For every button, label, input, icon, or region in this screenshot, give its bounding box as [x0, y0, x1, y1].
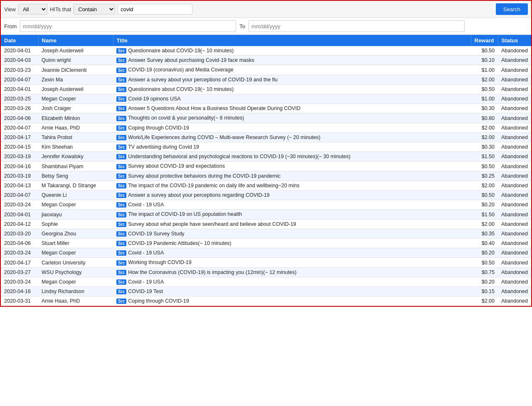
- cell-status: Abandoned: [498, 123, 531, 132]
- cell-title[interactable]: SrcCOVID-19 (coronavirus) and Media Cove…: [113, 65, 471, 75]
- cell-title[interactable]: SrcTV advertising during Covid 19: [113, 142, 471, 152]
- hits-label: HITs that: [50, 6, 71, 12]
- cell-reward: $0.50: [471, 191, 498, 200]
- cell-title[interactable]: SrcSurvey about COVID-19 and expectation…: [113, 161, 471, 171]
- cell-name: Amie Haas, PhD: [38, 123, 113, 132]
- from-date-input[interactable]: [20, 20, 236, 32]
- cell-reward: $0.50: [471, 258, 498, 267]
- cell-title[interactable]: SrcCoping through COVID-19: [113, 296, 471, 306]
- header-date: Date: [1, 35, 38, 46]
- cell-name: Sophie: [38, 219, 113, 229]
- cell-date: 2020-03-19: [1, 171, 38, 181]
- cell-name: Megan Cooper: [38, 277, 113, 286]
- cell-title[interactable]: SrcCovid - 19 USA: [113, 248, 471, 258]
- src-badge[interactable]: Src: [116, 164, 126, 169]
- cell-status: Abandoned: [498, 65, 531, 75]
- table-row: 2020-04-16Shambhavi PiyamSrcSurvey about…: [1, 161, 531, 171]
- src-badge[interactable]: Src: [116, 116, 126, 121]
- cell-title[interactable]: SrcCOVID-19 Test: [113, 287, 471, 296]
- cell-title[interactable]: SrcQuestionnaire about COVID-19(~ 10 min…: [113, 46, 471, 56]
- cell-date: 2020-03-23: [1, 65, 38, 75]
- search-input[interactable]: [118, 4, 192, 15]
- header-reward: Reward: [471, 35, 498, 46]
- view-select[interactable]: All Submitted Approved Rejected Abandone…: [18, 4, 47, 15]
- hits-table: Date Name Title Reward Status 2020-04-01…: [1, 35, 531, 306]
- src-badge[interactable]: Src: [116, 250, 126, 256]
- src-badge[interactable]: Src: [116, 144, 126, 150]
- cell-reward: $0.20: [471, 248, 498, 258]
- cell-title[interactable]: SrcAnswer a survey about your perception…: [113, 191, 471, 200]
- table-row: 2020-03-24Megan CooperSrcCovid - 19 USA$…: [1, 248, 531, 258]
- cell-title[interactable]: SrcQuestionnaire about COVID-19(~ 10 min…: [113, 84, 471, 94]
- cell-title[interactable]: SrcCovid - 19 USA: [113, 277, 471, 286]
- src-badge[interactable]: Src: [116, 279, 126, 285]
- src-badge[interactable]: Src: [116, 77, 126, 83]
- src-badge[interactable]: Src: [116, 212, 126, 218]
- view-label: View: [4, 6, 16, 12]
- cell-status: Abandoned: [498, 239, 531, 248]
- cell-status: Abandoned: [498, 200, 531, 210]
- cell-title[interactable]: SrcAnswer Survey about purchasing Covid-…: [113, 56, 471, 65]
- src-badge[interactable]: Src: [116, 48, 126, 54]
- src-badge[interactable]: Src: [116, 193, 126, 198]
- src-badge[interactable]: Src: [116, 106, 126, 111]
- cell-title[interactable]: SrcThoughts on covid & your personality(…: [113, 113, 471, 123]
- cell-title[interactable]: SrcAnswer 5 Questions About How a Busine…: [113, 104, 471, 113]
- cell-status: Abandoned: [498, 258, 531, 267]
- cell-name: Elizabeth Minton: [38, 113, 113, 123]
- cell-title[interactable]: SrcThe impact of the COVID-19 pandemic o…: [113, 181, 471, 190]
- cell-status: Abandoned: [498, 152, 531, 161]
- src-badge[interactable]: Src: [116, 174, 126, 179]
- cell-date: 2020-03-24: [1, 277, 38, 286]
- cell-title[interactable]: SrcCoping through COVID-19: [113, 123, 471, 132]
- cell-date: 2020-03-25: [1, 94, 38, 104]
- src-badge[interactable]: Src: [116, 183, 126, 188]
- src-badge[interactable]: Src: [116, 231, 126, 237]
- cell-title[interactable]: SrcThe impact of COVID-19 on US populati…: [113, 210, 471, 219]
- contain-select[interactable]: Contain Equal Start with: [74, 4, 115, 15]
- cell-status: Abandoned: [498, 132, 531, 142]
- cell-reward: $0.75: [471, 267, 498, 277]
- src-badge[interactable]: Src: [116, 289, 126, 294]
- search-button[interactable]: Search: [496, 3, 528, 15]
- cell-title[interactable]: SrcHow the Coronavirus (COVID-19) is imp…: [113, 267, 471, 277]
- cell-title[interactable]: SrcUnderstanding behavioral and psycholo…: [113, 152, 471, 161]
- src-badge[interactable]: Src: [116, 135, 126, 140]
- cell-title[interactable]: SrcCovid-19 opinons USA: [113, 94, 471, 104]
- cell-name: M Takarangi, D Strange: [38, 181, 113, 190]
- cell-date: 2020-03-31: [1, 296, 38, 306]
- cell-title[interactable]: SrcCovid - 19 USA: [113, 200, 471, 210]
- src-badge[interactable]: Src: [116, 222, 126, 227]
- cell-title[interactable]: SrcSurvey about protective behaviors dur…: [113, 171, 471, 181]
- cell-name: Joseph Austerweil: [38, 84, 113, 94]
- src-badge[interactable]: Src: [116, 125, 126, 131]
- src-badge[interactable]: Src: [116, 58, 126, 63]
- src-badge[interactable]: Src: [116, 202, 126, 208]
- header-name: Name: [38, 35, 113, 46]
- cell-title[interactable]: SrcCOVID-19 Survey Study: [113, 229, 471, 238]
- cell-title[interactable]: SrcSurvey about what people have seen/he…: [113, 219, 471, 229]
- table-row: 2020-04-03Quinn wrightSrcAnswer Survey a…: [1, 56, 531, 65]
- src-badge[interactable]: Src: [116, 154, 126, 159]
- src-badge[interactable]: Src: [116, 96, 126, 102]
- src-badge[interactable]: Src: [116, 87, 126, 92]
- table-row: 2020-03-24Megan CooperSrcCovid - 19 USA$…: [1, 277, 531, 286]
- src-badge[interactable]: Src: [116, 260, 126, 266]
- table-row: 2020-04-15Kim SheehanSrcTV advertising d…: [1, 142, 531, 152]
- src-badge[interactable]: Src: [116, 298, 126, 304]
- cell-title[interactable]: SrcAnswer a survey about your perception…: [113, 75, 471, 84]
- cell-title[interactable]: SrcWork/Life Experiences during COVID – …: [113, 132, 471, 142]
- src-badge[interactable]: Src: [116, 270, 126, 275]
- cell-reward: $0.10: [471, 56, 498, 65]
- cell-status: Abandoned: [498, 248, 531, 258]
- cell-name: Lindsy Richardson: [38, 287, 113, 296]
- table-row: 2020-03-26Josh CraigerSrcAnswer 5 Questi…: [1, 104, 531, 113]
- src-badge[interactable]: Src: [116, 68, 126, 73]
- cell-date: 2020-04-03: [1, 56, 38, 65]
- search-bar: View All Submitted Approved Rejected Aba…: [1, 1, 531, 18]
- cell-title[interactable]: SrcCOVID-19 Pandemic Attitudes(~ 10 minu…: [113, 239, 471, 248]
- cell-date: 2020-04-16: [1, 161, 38, 171]
- to-date-input[interactable]: [249, 20, 465, 32]
- src-badge[interactable]: Src: [116, 241, 126, 246]
- cell-title[interactable]: SrcWorking through COVID-19: [113, 258, 471, 267]
